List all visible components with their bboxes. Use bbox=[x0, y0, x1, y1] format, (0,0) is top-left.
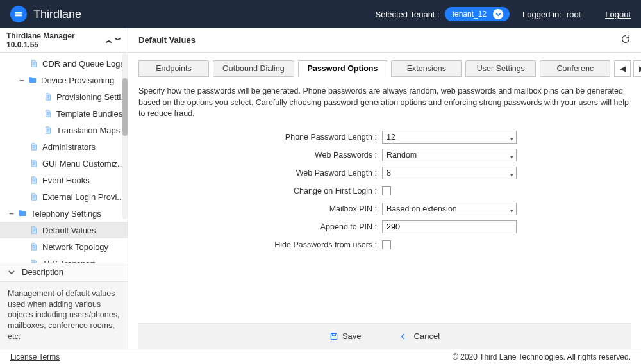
file-icon bbox=[29, 159, 38, 168]
chevron-down-icon: ▾ bbox=[510, 154, 513, 160]
nav-tree: CDR and Queue Logs−Device ProvisioningPr… bbox=[0, 53, 128, 263]
folder-icon bbox=[28, 76, 37, 85]
logged-in-label: Logged in: bbox=[522, 10, 562, 19]
brand-logo-icon bbox=[10, 6, 27, 22]
file-icon bbox=[29, 242, 38, 251]
file-icon bbox=[29, 59, 38, 68]
collapse-all-icon[interactable]: ︽ bbox=[106, 36, 112, 45]
folder-icon bbox=[18, 209, 27, 218]
brand-name: Thirdlane bbox=[33, 8, 81, 21]
sidebar-item[interactable]: Administrators bbox=[0, 138, 128, 155]
logout-link[interactable]: Logout bbox=[605, 10, 631, 19]
sidebar-item[interactable]: GUI Menu Customiz... bbox=[0, 155, 128, 172]
append-to-pin-input[interactable] bbox=[382, 220, 517, 233]
license-link[interactable]: License Terms bbox=[10, 352, 60, 361]
web-password-length-select[interactable]: 8 ▾ bbox=[382, 167, 517, 179]
tab[interactable]: Outbound Dialing bbox=[213, 60, 294, 77]
web-password-length-value: 8 bbox=[387, 169, 391, 178]
save-button[interactable]: Save bbox=[329, 331, 362, 341]
web-passwords-select[interactable]: Random ▾ bbox=[382, 149, 517, 161]
web-passwords-label: Web Passwords : bbox=[138, 151, 382, 160]
copyright-text: © 2020 Third Lane Technologies. All righ… bbox=[453, 352, 631, 361]
file-icon bbox=[29, 192, 38, 201]
save-icon bbox=[329, 332, 338, 341]
action-bar: Save Cancel bbox=[138, 323, 631, 349]
sidebar-item-label: TLS Transport bbox=[42, 259, 95, 263]
chevron-down-icon: ▾ bbox=[510, 136, 513, 142]
collapse-icon[interactable]: − bbox=[8, 209, 15, 219]
sidebar-item-label: GUI Menu Customiz... bbox=[42, 159, 124, 169]
mailbox-pin-label: Mailbox PIN : bbox=[138, 204, 382, 213]
tab[interactable]: Conferenc bbox=[540, 60, 610, 77]
page-title: Default Values bbox=[138, 35, 196, 45]
cancel-button-label: Cancel bbox=[414, 331, 440, 341]
sidebar-item[interactable]: Default Values bbox=[0, 222, 128, 238]
sidebar-item-label: Telephony Settings bbox=[31, 209, 101, 219]
sidebar-item-label: External Login Provi... bbox=[42, 192, 124, 202]
file-icon bbox=[44, 109, 53, 118]
sidebar-item-label: Provisioning Setti... bbox=[56, 92, 128, 102]
tab[interactable]: Endpoints bbox=[138, 60, 209, 77]
sidebar-item[interactable]: External Login Provi... bbox=[0, 188, 128, 205]
topbar-right: Selected Tenant : tenant_12 Logged in: r… bbox=[375, 7, 631, 21]
password-options-form: Phone Password Length : 12 ▾ Web Passwor… bbox=[138, 130, 631, 252]
sidebar-item[interactable]: TLS Transport bbox=[0, 255, 128, 263]
nav-tree-wrap: CDR and Queue Logs−Device ProvisioningPr… bbox=[0, 53, 128, 263]
tenant-selector[interactable]: tenant_12 bbox=[445, 7, 510, 21]
collapse-icon[interactable]: − bbox=[18, 76, 26, 85]
tab[interactable]: Extensions bbox=[391, 60, 462, 77]
file-icon bbox=[44, 92, 53, 101]
content-header: Default Values bbox=[128, 28, 641, 53]
tab-row: EndpointsOutbound DialingPassword Option… bbox=[138, 60, 631, 77]
phone-password-length-select[interactable]: 12 ▾ bbox=[382, 131, 517, 144]
sidebar-item[interactable]: CDR and Queue Logs bbox=[0, 55, 128, 72]
description-header[interactable]: Description bbox=[0, 263, 128, 282]
sidebar-scrollbar[interactable] bbox=[122, 53, 128, 219]
append-to-pin-label: Append to PIN : bbox=[138, 222, 382, 231]
sidebar-title: Thirdlane Manager 10.0.1.55 bbox=[6, 31, 106, 49]
hide-passwords-checkbox[interactable] bbox=[382, 240, 391, 249]
sidebar-item-label: Device Provisioning bbox=[41, 76, 114, 85]
undo-icon bbox=[400, 332, 410, 341]
svg-rect-0 bbox=[331, 333, 337, 339]
sidebar-item[interactable]: Event Hooks bbox=[0, 172, 128, 188]
tenant-name: tenant_12 bbox=[453, 10, 487, 19]
save-button-label: Save bbox=[342, 331, 362, 341]
change-first-login-checkbox[interactable] bbox=[382, 186, 391, 195]
selected-tenant-label: Selected Tenant : bbox=[375, 10, 439, 19]
cancel-button[interactable]: Cancel bbox=[400, 331, 440, 341]
sidebar-item-label: Translation Maps bbox=[56, 126, 120, 135]
mailbox-pin-select[interactable]: Based on extension ▾ bbox=[382, 203, 517, 215]
sidebar: Thirdlane Manager 10.0.1.55 ︽ ︾ CDR and … bbox=[0, 28, 128, 349]
file-icon bbox=[29, 259, 38, 263]
tab-scroll-right[interactable]: ▶ bbox=[633, 60, 641, 77]
chevron-down-icon: ▾ bbox=[510, 172, 513, 178]
logged-in-user: root bbox=[567, 10, 581, 19]
footer: License Terms © 2020 Third Lane Technolo… bbox=[0, 349, 641, 364]
refresh-button[interactable] bbox=[620, 34, 631, 46]
tab[interactable]: User Settings bbox=[465, 60, 536, 77]
sidebar-item[interactable]: −Telephony Settings bbox=[0, 205, 128, 222]
chevron-down-icon bbox=[8, 269, 15, 276]
brand-block: Thirdlane bbox=[10, 6, 81, 22]
sidebar-item[interactable]: Network Topology bbox=[0, 238, 128, 255]
hide-passwords-label: Hide Passwords from users : bbox=[138, 240, 382, 249]
sidebar-item[interactable]: −Device Provisioning bbox=[0, 72, 128, 88]
sidebar-header: Thirdlane Manager 10.0.1.55 ︽ ︾ bbox=[0, 28, 128, 53]
file-icon bbox=[29, 176, 38, 185]
phone-password-length-label: Phone Password Length : bbox=[138, 133, 382, 142]
chevron-down-icon: ▾ bbox=[510, 208, 513, 214]
tab-scroll-left[interactable]: ◀ bbox=[614, 60, 631, 77]
tab[interactable]: Password Options bbox=[298, 60, 388, 77]
description-title: Description bbox=[22, 267, 63, 277]
sidebar-item[interactable]: Translation Maps bbox=[0, 122, 128, 138]
file-icon bbox=[44, 126, 53, 135]
topbar: Thirdlane Selected Tenant : tenant_12 Lo… bbox=[0, 0, 641, 28]
sidebar-item[interactable]: Provisioning Setti... bbox=[0, 88, 128, 105]
expand-all-icon[interactable]: ︾ bbox=[115, 36, 121, 45]
chevron-down-icon bbox=[493, 9, 503, 19]
description-body: Management of default values used when a… bbox=[0, 282, 128, 349]
sidebar-scrollbar-thumb[interactable] bbox=[122, 78, 128, 136]
sidebar-item[interactable]: Template Bundles bbox=[0, 105, 128, 122]
sidebar-item-label: Network Topology bbox=[42, 242, 108, 252]
